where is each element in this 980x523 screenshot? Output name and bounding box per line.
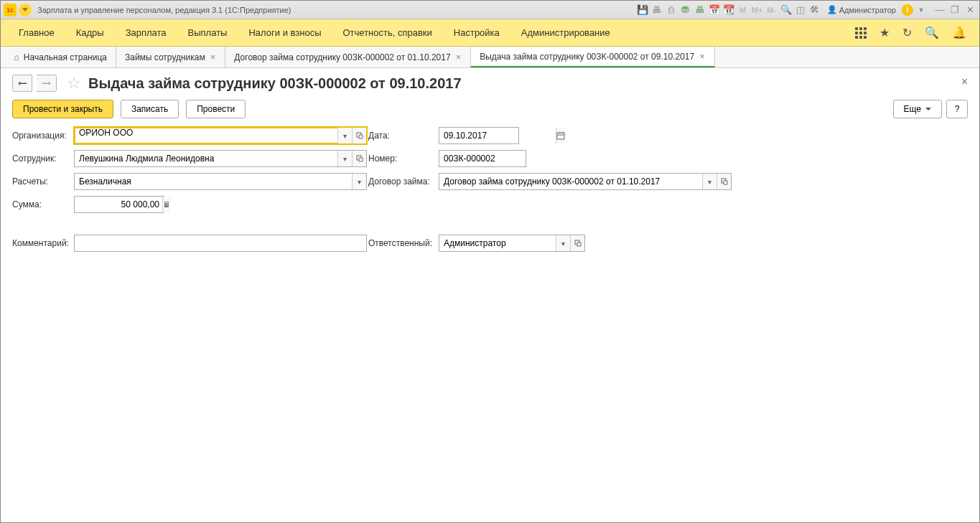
panels-icon[interactable]: ◫ bbox=[794, 4, 807, 17]
employee-field[interactable]: ▾ bbox=[74, 150, 367, 167]
info-icon[interactable]: i bbox=[902, 4, 913, 16]
toolbar: Провести и закрыть Записать Провести Еще… bbox=[12, 100, 968, 118]
tab-issue-label: Выдача займа сотруднику 00ЗК-000002 от 0… bbox=[480, 52, 694, 62]
menu-right-icons: ★ ↻ 🔍 🔔 bbox=[855, 26, 972, 39]
calendar-icon[interactable]: 📅 bbox=[708, 4, 721, 17]
date-field[interactable] bbox=[439, 127, 519, 144]
post-button[interactable]: Провести bbox=[186, 100, 246, 118]
tab-close-icon[interactable]: × bbox=[699, 52, 706, 61]
calc-field[interactable]: ▾ bbox=[74, 173, 367, 190]
print2-icon[interactable]: 🖶 bbox=[694, 4, 706, 17]
calendar-picker-icon[interactable] bbox=[556, 128, 565, 143]
tab-loans-label: Займы сотрудникам bbox=[125, 52, 205, 62]
emp-label: Сотрудник: bbox=[12, 154, 74, 164]
menu-main[interactable]: Главное bbox=[8, 19, 65, 46]
menu-reports[interactable]: Отчетность, справки bbox=[332, 19, 443, 46]
content-area: × 🠔 🠖 ☆ Выдача займа сотруднику 00ЗК-000… bbox=[1, 68, 979, 522]
tabs-bar: ⌂ Начальная страница Займы сотрудникам ×… bbox=[1, 47, 979, 68]
main-menu: Главное Кадры Зарплата Выплаты Налоги и … bbox=[1, 19, 979, 47]
save-icon[interactable]: 💾 bbox=[636, 4, 649, 17]
more-button[interactable]: Еще bbox=[893, 100, 942, 118]
menu-salary[interactable]: Зарплата bbox=[115, 19, 177, 46]
comment-field[interactable] bbox=[74, 235, 367, 252]
content-header: 🠔 🠖 ☆ Выдача займа сотруднику 00ЗК-00000… bbox=[12, 74, 968, 93]
comment-input[interactable] bbox=[75, 235, 366, 251]
settings-icon[interactable]: 🛠 bbox=[808, 4, 821, 17]
menu-taxes[interactable]: Налоги и взносы bbox=[238, 19, 332, 46]
favorite-star-icon[interactable]: ☆ bbox=[67, 74, 81, 93]
current-user[interactable]: 👤 Администратор bbox=[823, 5, 900, 14]
open-icon[interactable] bbox=[570, 235, 584, 251]
app-menu-dropdown-icon[interactable] bbox=[19, 4, 32, 17]
history-icon[interactable]: ↻ bbox=[902, 26, 912, 39]
app-logo-icon: 1c bbox=[4, 4, 17, 17]
zoom-icon[interactable]: 🔍 bbox=[780, 4, 793, 17]
app-window: 1c Зарплата и управление персоналом, ред… bbox=[0, 0, 980, 523]
number-field: 00ЗК-000002 bbox=[439, 150, 526, 167]
dropdown-icon[interactable]: ▾ bbox=[352, 174, 366, 189]
menu-staff[interactable]: Кадры bbox=[65, 19, 115, 46]
nav-back-button[interactable]: 🠔 bbox=[12, 75, 32, 92]
tab-loan-contract[interactable]: Договор займа сотруднику 00ЗК-000002 от … bbox=[225, 47, 471, 67]
favorites-icon[interactable]: ★ bbox=[879, 26, 890, 39]
notifications-icon[interactable]: 🔔 bbox=[952, 26, 966, 39]
search-icon[interactable]: 🔍 bbox=[925, 26, 939, 39]
close-icon[interactable]: ✕ bbox=[963, 4, 976, 17]
org-input[interactable]: ОРИОН ООО bbox=[75, 128, 337, 143]
responsible-field[interactable]: ▾ bbox=[439, 235, 585, 252]
tab-loans[interactable]: Займы сотрудникам × bbox=[116, 47, 225, 67]
page-title: Выдача займа сотруднику 00ЗК-000002 от 0… bbox=[88, 75, 462, 92]
org-label: Организация: bbox=[12, 131, 74, 141]
menu-payments[interactable]: Выплаты bbox=[177, 19, 238, 46]
dropdown-icon[interactable]: ▾ bbox=[702, 174, 717, 189]
post-and-close-button[interactable]: Провести и закрыть bbox=[12, 100, 113, 118]
calc-input[interactable] bbox=[75, 174, 352, 189]
tab-contract-label: Договор займа сотруднику 00ЗК-000002 от … bbox=[234, 52, 450, 62]
employee-input[interactable] bbox=[75, 151, 337, 166]
calculator-icon[interactable]: 🖩 bbox=[162, 197, 170, 212]
compare-icon[interactable]: ⛃ bbox=[679, 4, 692, 17]
svg-rect-1 bbox=[557, 133, 564, 139]
org-field[interactable]: ОРИОН ООО ▾ bbox=[74, 127, 367, 144]
resp-label: Ответственный: bbox=[368, 238, 439, 248]
save-button[interactable]: Записать bbox=[121, 100, 179, 118]
contract-label: Договор займа: bbox=[368, 176, 439, 187]
tab-home[interactable]: ⌂ Начальная страница bbox=[1, 47, 116, 67]
titlebar-toolbar: 💾 🖶 ⎙ ⛃ 🖶 📅 📆 M M+ M- 🔍 ◫ 🛠 👤 Администра… bbox=[636, 4, 976, 17]
help-button[interactable]: ? bbox=[946, 100, 968, 118]
sum-field[interactable]: 🖩 bbox=[74, 196, 164, 213]
m-minus-icon[interactable]: M- bbox=[765, 4, 778, 17]
date-icon[interactable]: 📆 bbox=[722, 4, 735, 17]
m-plus-icon[interactable]: M+ bbox=[751, 4, 764, 17]
nav-forward-button[interactable]: 🠖 bbox=[37, 75, 57, 92]
minimize-icon[interactable]: — bbox=[933, 4, 946, 17]
comment-label: Комментарий: bbox=[12, 238, 74, 248]
print-icon[interactable]: 🖶 bbox=[650, 4, 663, 17]
info-drop-icon[interactable]: ▼ bbox=[915, 4, 928, 17]
dropdown-icon[interactable]: ▾ bbox=[337, 151, 352, 166]
dropdown-icon[interactable]: ▾ bbox=[556, 235, 570, 251]
date-input[interactable] bbox=[439, 128, 556, 143]
apps-grid-icon[interactable] bbox=[855, 27, 867, 39]
open-icon[interactable] bbox=[352, 128, 366, 143]
tab-close-icon[interactable]: × bbox=[210, 52, 217, 62]
menu-admin[interactable]: Администрирование bbox=[510, 19, 621, 46]
contract-input[interactable] bbox=[439, 174, 702, 189]
content-close-icon[interactable]: × bbox=[961, 75, 968, 88]
sum-label: Сумма: bbox=[12, 199, 74, 209]
tab-close-icon[interactable]: × bbox=[455, 52, 462, 62]
dropdown-icon[interactable]: ▾ bbox=[337, 128, 352, 143]
preview-icon[interactable]: ⎙ bbox=[665, 4, 678, 17]
app-title: Зарплата и управление персоналом, редакц… bbox=[37, 6, 291, 14]
maximize-icon[interactable]: ❐ bbox=[948, 4, 961, 17]
open-icon[interactable] bbox=[717, 174, 731, 189]
sum-input[interactable] bbox=[75, 197, 162, 212]
document-form: Организация: ОРИОН ООО ▾ Дата: Сотрудник… bbox=[12, 127, 968, 252]
tab-loan-issue[interactable]: Выдача займа сотруднику 00ЗК-000002 от 0… bbox=[471, 47, 715, 67]
open-icon[interactable] bbox=[352, 151, 366, 166]
menu-settings[interactable]: Настройка bbox=[443, 19, 510, 46]
responsible-input[interactable] bbox=[439, 235, 556, 251]
m-icon[interactable]: M bbox=[737, 4, 750, 17]
number-label: Номер: bbox=[368, 154, 439, 164]
contract-field[interactable]: ▾ bbox=[439, 173, 732, 190]
